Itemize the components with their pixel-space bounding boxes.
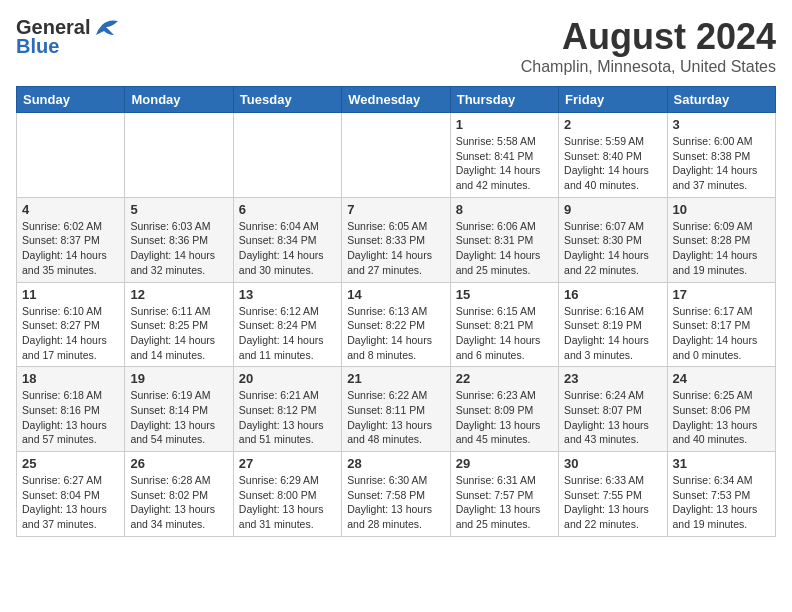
day-number: 17 <box>673 287 770 302</box>
calendar-day-cell <box>17 113 125 198</box>
calendar-day-cell: 21Sunrise: 6:22 AM Sunset: 8:11 PM Dayli… <box>342 367 450 452</box>
calendar-day-cell: 19Sunrise: 6:19 AM Sunset: 8:14 PM Dayli… <box>125 367 233 452</box>
calendar-day-cell: 2Sunrise: 5:59 AM Sunset: 8:40 PM Daylig… <box>559 113 667 198</box>
day-number: 24 <box>673 371 770 386</box>
day-number: 11 <box>22 287 119 302</box>
calendar-day-cell: 20Sunrise: 6:21 AM Sunset: 8:12 PM Dayli… <box>233 367 341 452</box>
day-info: Sunrise: 5:59 AM Sunset: 8:40 PM Dayligh… <box>564 134 661 193</box>
day-number: 27 <box>239 456 336 471</box>
calendar-day-cell: 28Sunrise: 6:30 AM Sunset: 7:58 PM Dayli… <box>342 452 450 537</box>
day-number: 21 <box>347 371 444 386</box>
calendar-day-cell <box>342 113 450 198</box>
calendar-day-cell: 5Sunrise: 6:03 AM Sunset: 8:36 PM Daylig… <box>125 197 233 282</box>
calendar-day-cell: 27Sunrise: 6:29 AM Sunset: 8:00 PM Dayli… <box>233 452 341 537</box>
day-info: Sunrise: 6:34 AM Sunset: 7:53 PM Dayligh… <box>673 473 770 532</box>
day-number: 30 <box>564 456 661 471</box>
calendar-week-row: 11Sunrise: 6:10 AM Sunset: 8:27 PM Dayli… <box>17 282 776 367</box>
day-number: 5 <box>130 202 227 217</box>
day-number: 15 <box>456 287 553 302</box>
calendar-day-cell: 22Sunrise: 6:23 AM Sunset: 8:09 PM Dayli… <box>450 367 558 452</box>
weekday-header: Saturday <box>667 87 775 113</box>
day-info: Sunrise: 6:29 AM Sunset: 8:00 PM Dayligh… <box>239 473 336 532</box>
day-number: 7 <box>347 202 444 217</box>
day-number: 8 <box>456 202 553 217</box>
weekday-header: Tuesday <box>233 87 341 113</box>
day-info: Sunrise: 6:06 AM Sunset: 8:31 PM Dayligh… <box>456 219 553 278</box>
day-number: 14 <box>347 287 444 302</box>
day-info: Sunrise: 6:33 AM Sunset: 7:55 PM Dayligh… <box>564 473 661 532</box>
day-number: 9 <box>564 202 661 217</box>
calendar-day-cell: 11Sunrise: 6:10 AM Sunset: 8:27 PM Dayli… <box>17 282 125 367</box>
day-number: 16 <box>564 287 661 302</box>
day-number: 25 <box>22 456 119 471</box>
calendar-day-cell: 30Sunrise: 6:33 AM Sunset: 7:55 PM Dayli… <box>559 452 667 537</box>
day-info: Sunrise: 6:31 AM Sunset: 7:57 PM Dayligh… <box>456 473 553 532</box>
day-number: 26 <box>130 456 227 471</box>
calendar-header-row: SundayMondayTuesdayWednesdayThursdayFrid… <box>17 87 776 113</box>
day-number: 10 <box>673 202 770 217</box>
day-number: 20 <box>239 371 336 386</box>
day-info: Sunrise: 6:03 AM Sunset: 8:36 PM Dayligh… <box>130 219 227 278</box>
day-info: Sunrise: 6:24 AM Sunset: 8:07 PM Dayligh… <box>564 388 661 447</box>
calendar-day-cell: 14Sunrise: 6:13 AM Sunset: 8:22 PM Dayli… <box>342 282 450 367</box>
header: General Blue August 2024 Champlin, Minne… <box>16 16 776 76</box>
day-info: Sunrise: 6:09 AM Sunset: 8:28 PM Dayligh… <box>673 219 770 278</box>
calendar-day-cell <box>125 113 233 198</box>
weekday-header: Wednesday <box>342 87 450 113</box>
calendar-day-cell: 25Sunrise: 6:27 AM Sunset: 8:04 PM Dayli… <box>17 452 125 537</box>
calendar-day-cell: 18Sunrise: 6:18 AM Sunset: 8:16 PM Dayli… <box>17 367 125 452</box>
day-info: Sunrise: 6:00 AM Sunset: 8:38 PM Dayligh… <box>673 134 770 193</box>
day-number: 31 <box>673 456 770 471</box>
day-info: Sunrise: 6:19 AM Sunset: 8:14 PM Dayligh… <box>130 388 227 447</box>
calendar-week-row: 1Sunrise: 5:58 AM Sunset: 8:41 PM Daylig… <box>17 113 776 198</box>
weekday-header: Thursday <box>450 87 558 113</box>
day-info: Sunrise: 6:10 AM Sunset: 8:27 PM Dayligh… <box>22 304 119 363</box>
calendar-day-cell: 9Sunrise: 6:07 AM Sunset: 8:30 PM Daylig… <box>559 197 667 282</box>
day-info: Sunrise: 6:07 AM Sunset: 8:30 PM Dayligh… <box>564 219 661 278</box>
day-info: Sunrise: 6:12 AM Sunset: 8:24 PM Dayligh… <box>239 304 336 363</box>
logo-blue-text: Blue <box>16 35 59 58</box>
day-number: 12 <box>130 287 227 302</box>
day-info: Sunrise: 6:13 AM Sunset: 8:22 PM Dayligh… <box>347 304 444 363</box>
day-info: Sunrise: 6:16 AM Sunset: 8:19 PM Dayligh… <box>564 304 661 363</box>
logo-bird-icon <box>92 17 120 39</box>
weekday-header: Friday <box>559 87 667 113</box>
day-info: Sunrise: 6:17 AM Sunset: 8:17 PM Dayligh… <box>673 304 770 363</box>
weekday-header: Monday <box>125 87 233 113</box>
calendar-day-cell: 13Sunrise: 6:12 AM Sunset: 8:24 PM Dayli… <box>233 282 341 367</box>
calendar-week-row: 4Sunrise: 6:02 AM Sunset: 8:37 PM Daylig… <box>17 197 776 282</box>
calendar-day-cell: 16Sunrise: 6:16 AM Sunset: 8:19 PM Dayli… <box>559 282 667 367</box>
calendar-day-cell <box>233 113 341 198</box>
day-info: Sunrise: 6:15 AM Sunset: 8:21 PM Dayligh… <box>456 304 553 363</box>
calendar-day-cell: 31Sunrise: 6:34 AM Sunset: 7:53 PM Dayli… <box>667 452 775 537</box>
calendar-day-cell: 6Sunrise: 6:04 AM Sunset: 8:34 PM Daylig… <box>233 197 341 282</box>
day-number: 2 <box>564 117 661 132</box>
day-info: Sunrise: 6:11 AM Sunset: 8:25 PM Dayligh… <box>130 304 227 363</box>
day-info: Sunrise: 6:28 AM Sunset: 8:02 PM Dayligh… <box>130 473 227 532</box>
calendar-day-cell: 3Sunrise: 6:00 AM Sunset: 8:38 PM Daylig… <box>667 113 775 198</box>
day-number: 19 <box>130 371 227 386</box>
day-info: Sunrise: 6:04 AM Sunset: 8:34 PM Dayligh… <box>239 219 336 278</box>
location: Champlin, Minnesota, United States <box>521 58 776 76</box>
calendar-day-cell: 12Sunrise: 6:11 AM Sunset: 8:25 PM Dayli… <box>125 282 233 367</box>
day-number: 13 <box>239 287 336 302</box>
logo: General Blue <box>16 16 120 58</box>
title-area: August 2024 Champlin, Minnesota, United … <box>521 16 776 76</box>
calendar-day-cell: 15Sunrise: 6:15 AM Sunset: 8:21 PM Dayli… <box>450 282 558 367</box>
calendar-day-cell: 1Sunrise: 5:58 AM Sunset: 8:41 PM Daylig… <box>450 113 558 198</box>
day-number: 28 <box>347 456 444 471</box>
day-info: Sunrise: 5:58 AM Sunset: 8:41 PM Dayligh… <box>456 134 553 193</box>
calendar-day-cell: 29Sunrise: 6:31 AM Sunset: 7:57 PM Dayli… <box>450 452 558 537</box>
day-number: 18 <box>22 371 119 386</box>
calendar-day-cell: 24Sunrise: 6:25 AM Sunset: 8:06 PM Dayli… <box>667 367 775 452</box>
day-info: Sunrise: 6:05 AM Sunset: 8:33 PM Dayligh… <box>347 219 444 278</box>
calendar-day-cell: 8Sunrise: 6:06 AM Sunset: 8:31 PM Daylig… <box>450 197 558 282</box>
day-info: Sunrise: 6:18 AM Sunset: 8:16 PM Dayligh… <box>22 388 119 447</box>
day-number: 1 <box>456 117 553 132</box>
day-number: 4 <box>22 202 119 217</box>
day-info: Sunrise: 6:25 AM Sunset: 8:06 PM Dayligh… <box>673 388 770 447</box>
calendar-day-cell: 23Sunrise: 6:24 AM Sunset: 8:07 PM Dayli… <box>559 367 667 452</box>
calendar-day-cell: 26Sunrise: 6:28 AM Sunset: 8:02 PM Dayli… <box>125 452 233 537</box>
day-info: Sunrise: 6:27 AM Sunset: 8:04 PM Dayligh… <box>22 473 119 532</box>
calendar-day-cell: 17Sunrise: 6:17 AM Sunset: 8:17 PM Dayli… <box>667 282 775 367</box>
